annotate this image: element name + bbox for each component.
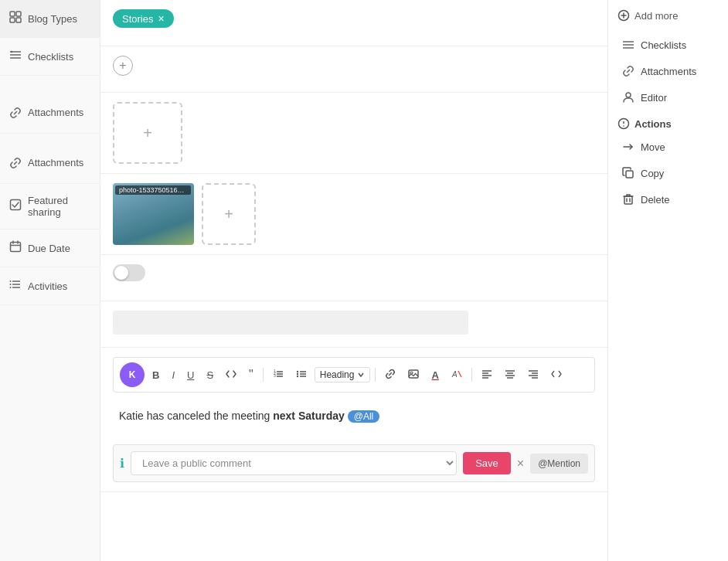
attachments2-row: photo-153375051645... + — [100, 174, 607, 255]
stories-tag[interactable]: Stories × — [113, 9, 174, 28]
checklist-icon — [9, 49, 22, 64]
comment-bar: ℹ Leave a public comment Save × @Mention — [113, 444, 595, 482]
sidebar-label-activities: Activities — [28, 280, 67, 292]
tag-label: Stories — [122, 13, 153, 25]
ordered-list-button[interactable]: 123 — [268, 366, 288, 384]
featured-sharing-toggle[interactable] — [113, 264, 145, 281]
link-icon-1 — [9, 107, 22, 122]
grid-icon — [9, 11, 22, 26]
link-icon-2 — [9, 157, 22, 172]
align-center-button[interactable] — [500, 366, 520, 384]
thumbnail-filename: photo-153375051645... — [115, 185, 191, 195]
sidebar-item-due-date[interactable]: Due Date — [0, 230, 100, 267]
sidebar-label-due-date: Due Date — [28, 243, 70, 254]
add-attachment-button-1[interactable]: + — [113, 102, 182, 164]
source-button[interactable] — [546, 366, 566, 384]
sidebar-label-attachments2: Attachments — [28, 157, 83, 168]
sidebar: Blog Types Checklists Attachments Attach… — [0, 0, 100, 561]
right-checklists-label: Checklists — [641, 39, 686, 51]
align-right-button[interactable] — [523, 366, 543, 384]
activity-message: Katie has canceled the meeting next Satu… — [113, 400, 595, 432]
copy-label: Copy — [641, 168, 664, 179]
mention-badge: @All — [348, 410, 380, 423]
right-editor-button[interactable]: Editor — [617, 85, 719, 110]
svg-rect-2 — [10, 18, 15, 22]
delete-label: Delete — [641, 194, 670, 206]
sidebar-label-attachments1: Attachments — [28, 107, 83, 118]
font-color-button[interactable]: A — [427, 367, 443, 383]
svg-text:A: A — [451, 370, 458, 379]
blog-types-row: Stories × — [100, 0, 607, 46]
italic-button[interactable]: I — [167, 367, 179, 383]
toggle-knob — [114, 266, 128, 280]
svg-point-30 — [297, 375, 298, 376]
bold-button[interactable]: B — [148, 367, 164, 383]
toolbar-separator-3 — [471, 368, 472, 382]
strikethrough-button[interactable]: S — [202, 367, 218, 383]
delete-action-button[interactable]: Delete — [617, 187, 719, 212]
right-checklists-button[interactable]: Checklists — [617, 32, 719, 57]
due-date-content: 11/04/2023 — [113, 311, 595, 335]
svg-text:3: 3 — [274, 373, 276, 378]
svg-rect-0 — [10, 12, 15, 16]
right-panel: Add more Checklists Attachments Editor A… — [608, 0, 728, 561]
svg-rect-1 — [16, 12, 21, 16]
featured-sharing-row — [100, 255, 607, 301]
activities-row: K B I U S " 123 Heading — [100, 348, 607, 492]
due-date-input[interactable]: 11/04/2023 — [113, 311, 468, 335]
svg-point-53 — [626, 93, 631, 97]
save-comment-button[interactable]: Save — [463, 452, 511, 474]
sidebar-item-blog-types[interactable]: Blog Types — [0, 0, 100, 38]
align-left-button[interactable] — [477, 366, 497, 384]
add-more-button[interactable]: Add more — [617, 9, 719, 22]
sidebar-item-attachments2[interactable]: Attachments — [0, 134, 100, 184]
svg-point-32 — [410, 372, 413, 374]
code-button[interactable] — [221, 366, 241, 384]
right-attachments-button[interactable]: Attachments — [617, 59, 719, 83]
user-avatar: K — [120, 362, 145, 387]
underline-button[interactable]: U — [182, 367, 199, 383]
sidebar-item-attachments1[interactable]: Attachments — [0, 76, 100, 134]
main-content: Stories × + + photo-153375051645... + — [100, 0, 608, 561]
sidebar-item-activities[interactable]: Activities — [0, 267, 100, 305]
svg-rect-59 — [624, 196, 632, 204]
checkbox-icon — [9, 199, 22, 214]
svg-point-29 — [297, 372, 298, 374]
sidebar-label-featured-sharing: Featured sharing — [28, 195, 90, 218]
sidebar-item-checklists[interactable]: Checklists — [0, 38, 100, 76]
cancel-comment-button[interactable]: × — [517, 457, 524, 471]
toolbar-separator-1 — [263, 368, 264, 382]
actions-label: Actions — [617, 117, 719, 130]
sidebar-label-checklists: Checklists — [28, 51, 73, 63]
svg-point-17 — [10, 284, 12, 285]
move-label: Move — [641, 141, 665, 153]
mention-button[interactable]: @Mention — [530, 454, 588, 474]
copy-action-button[interactable]: Copy — [617, 161, 719, 185]
clear-format-button[interactable]: A — [447, 366, 467, 384]
svg-rect-58 — [626, 171, 633, 178]
attachment-thumbnail[interactable]: photo-153375051645... — [113, 183, 194, 245]
unordered-list-button[interactable] — [291, 366, 311, 384]
image-button[interactable] — [403, 366, 424, 384]
move-action-button[interactable]: Move — [617, 134, 719, 159]
sidebar-label-blog-types: Blog Types — [28, 13, 77, 25]
svg-rect-9 — [11, 243, 21, 252]
svg-rect-3 — [16, 18, 21, 22]
svg-point-56 — [623, 125, 624, 127]
due-date-row: 11/04/2023 — [100, 301, 607, 348]
list-icon — [9, 278, 22, 294]
add-attachment-button-2[interactable]: + — [202, 183, 256, 245]
svg-point-18 — [10, 287, 12, 288]
link-button[interactable] — [380, 366, 400, 384]
add-more-label: Add more — [634, 10, 678, 22]
add-checklist-button[interactable]: + — [113, 56, 133, 76]
sidebar-item-featured-sharing[interactable]: Featured sharing — [0, 184, 100, 230]
svg-line-34 — [458, 371, 461, 377]
attachments2-content: photo-153375051645... + — [113, 183, 595, 245]
info-icon: ℹ — [120, 456, 124, 471]
tag-close-icon[interactable]: × — [158, 12, 164, 25]
svg-rect-31 — [409, 370, 418, 378]
quote-button[interactable]: " — [244, 366, 258, 384]
heading-select[interactable]: Heading — [315, 367, 371, 382]
comment-type-select[interactable]: Leave a public comment — [131, 451, 457, 475]
